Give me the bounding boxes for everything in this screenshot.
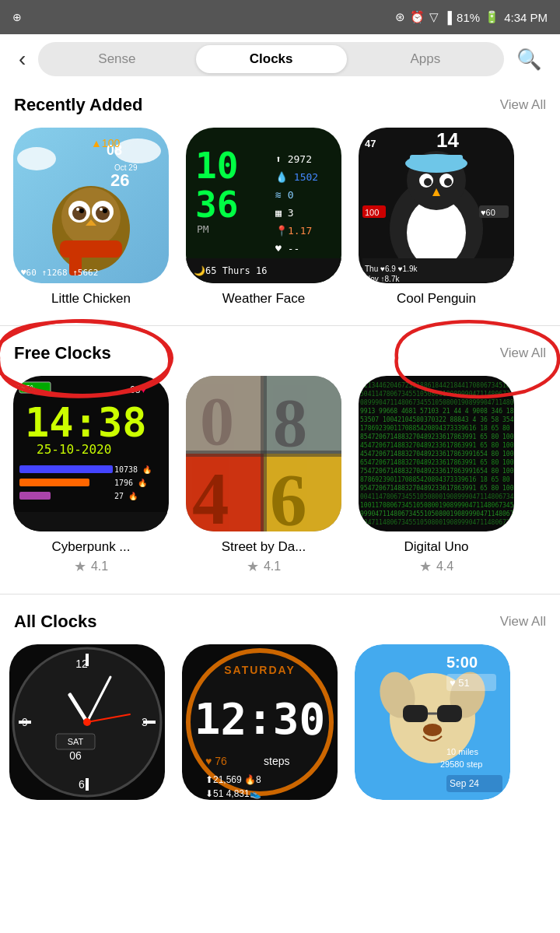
- svg-text:85%: 85%: [21, 384, 35, 393]
- svg-text:9: 9: [22, 716, 28, 728]
- svg-text:Nov  ↑8.7k: Nov ↑8.7k: [365, 275, 400, 283]
- app-name-street-by-da: Street by Da...: [222, 539, 306, 555]
- app-name-little-chicken: Little Chicken: [51, 291, 131, 307]
- all-clock-item-saturday[interactable]: SATURDAY 12:30 ♥ 76 steps ⬆21,569 🔥8 ⬇51…: [182, 644, 345, 800]
- svg-text:754720671488327048923361786399: 7547206714883270489233617863991654 80 10…: [360, 468, 514, 475]
- svg-text:504114780673455105080019089990: 5041147806734551050800190899904711480673…: [360, 391, 514, 398]
- svg-text:steps: steps: [264, 755, 289, 767]
- svg-text:100: 100: [365, 208, 379, 217]
- svg-text:6: 6: [270, 459, 307, 531]
- bluetooth-icon: ⊛: [395, 10, 405, 24]
- star-icon-cyberpunk: ★: [74, 558, 86, 575]
- svg-text:10738 🔥: 10738 🔥: [114, 465, 152, 475]
- recently-added-row: ♥60 ↑1268 ↑5662 08 Oct 29 26 ▲100 Little…: [0, 121, 560, 319]
- app-icon-digital-uno: 4113446204672361886184421844170806734510…: [359, 376, 514, 531]
- back-button[interactable]: ‹: [12, 44, 32, 75]
- svg-text:06: 06: [69, 749, 82, 762]
- svg-text:004114780673455105080019089990: 0041147806734551050800190899904711480673…: [360, 493, 514, 500]
- svg-text:25-10-2020: 25-10-2020: [37, 442, 111, 457]
- divider-1: [0, 325, 560, 326]
- svg-text:654720671488327048923361786399: 6547206714883270489233617863991 65 80 10…: [360, 459, 514, 466]
- all-clock-item-analog[interactable]: 12 3 6 9 SAT 06: [9, 644, 173, 800]
- svg-text:PM: PM: [197, 223, 209, 235]
- rating-street-by-da: ★ 4.1: [247, 558, 281, 575]
- nav-tabs: Sense Clocks Apps: [38, 42, 504, 76]
- app-icon-status: ⊕: [12, 11, 22, 23]
- tab-sense[interactable]: Sense: [41, 45, 192, 73]
- svg-text:▦ 3: ▦ 3: [275, 207, 293, 219]
- app-name-cool-penguin: Cool Penguin: [397, 291, 476, 307]
- svg-point-11: [79, 209, 84, 213]
- svg-point-129: [423, 724, 442, 736]
- svg-text:904711480673455105080019089990: 9047114806734551050800190899904711480673…: [360, 519, 514, 526]
- free-clocks-row: 85% ♥ 68 14:38 25-10-2020 10738 🔥 1796 🔥…: [0, 370, 560, 588]
- tab-clocks[interactable]: Clocks: [196, 45, 347, 73]
- svg-point-9: [72, 206, 86, 220]
- app-icon-little-chicken: ♥60 ↑1268 ↑5662 08 Oct 29 26 ▲100: [13, 128, 169, 283]
- svg-rect-5: [60, 240, 122, 258]
- app-icon-weather-face: 10 36 PM ⬆ 2972 💧 1502 ≋ 0 ▦ 3 📍1.17 ♥ -…: [186, 128, 341, 283]
- svg-text:📍1.17: 📍1.17: [275, 224, 312, 237]
- app-item-cyberpunk[interactable]: 85% ♥ 68 14:38 25-10-2020 10738 🔥 1796 🔥…: [9, 376, 173, 575]
- svg-rect-61: [19, 465, 113, 473]
- all-clocks-view-all[interactable]: View All: [500, 614, 546, 630]
- app-item-street-by-da[interactable]: 0 8 4 6 Street by Da... ★ 4.1: [182, 376, 345, 575]
- wifi-icon: ▽: [429, 10, 439, 24]
- svg-text:14:38: 14:38: [25, 399, 147, 446]
- svg-text:1796 🔥: 1796 🔥: [114, 478, 148, 488]
- svg-point-41: [424, 178, 432, 186]
- all-clocks-title: All Clocks: [14, 612, 96, 632]
- svg-text:47: 47: [365, 138, 376, 149]
- recently-added-header: Recently Added View All: [0, 84, 560, 121]
- svg-text:💧 1502: 💧 1502: [275, 170, 318, 184]
- svg-text:10 miles: 10 miles: [446, 747, 478, 756]
- star-icon-street-by-da: ★: [247, 558, 259, 575]
- tab-apps[interactable]: Apps: [350, 45, 501, 73]
- svg-text:⬆ 2972: ⬆ 2972: [275, 153, 312, 165]
- svg-text:14: 14: [436, 128, 459, 152]
- svg-text:9913 99668 4681 57103 21 44 4 : 9913 99668 4681 57103 21 44 4 9008 346 1…: [360, 408, 514, 415]
- app-item-weather-face[interactable]: 10 36 PM ⬆ 2972 💧 1502 ≋ 0 ▦ 3 📍1.17 ♥ -…: [182, 128, 345, 307]
- rating-cyberpunk: ★ 4.1: [74, 558, 108, 575]
- rating-value-cyberpunk: 4.1: [91, 559, 108, 573]
- recently-added-view-all[interactable]: View All: [500, 97, 546, 113]
- alarm-icon: ⏰: [410, 10, 425, 24]
- app-name-cyberpunk: Cyberpunk ...: [51, 539, 130, 555]
- svg-text:26: 26: [110, 170, 129, 190]
- app-item-digital-uno[interactable]: 4113446204672361886184421844170806734510…: [355, 376, 518, 575]
- svg-text:36: 36: [195, 184, 238, 226]
- svg-text:0: 0: [200, 384, 234, 459]
- svg-rect-67: [13, 512, 169, 531]
- svg-text:♥60: ♥60: [481, 208, 495, 217]
- svg-text:♥ 76: ♥ 76: [205, 755, 227, 767]
- svg-text:29580 step: 29580 step: [440, 759, 482, 769]
- battery-icon: 🔋: [485, 10, 499, 24]
- app-name-digital-uno: Digital Uno: [404, 539, 468, 555]
- app-item-little-chicken[interactable]: ♥60 ↑1268 ↑5662 08 Oct 29 26 ▲100 Little…: [9, 128, 173, 307]
- search-icon[interactable]: 🔍: [510, 44, 548, 75]
- all-clock-item-dog[interactable]: 5:00 ♥ 51 10 miles 29580 step Sep 24: [355, 644, 518, 800]
- svg-text:454720671488327048923361786399: 4547206714883270489233617863991 65 80 10…: [360, 442, 514, 449]
- svg-text:454720671488327048923361786399: 4547206714883270489233617863991654 80 10…: [360, 451, 514, 458]
- svg-text:12: 12: [75, 658, 88, 670]
- svg-text:10: 10: [195, 145, 238, 187]
- svg-text:5:00: 5:00: [446, 654, 478, 671]
- svg-text:089990471148067345510508001908: 0899904711480673455105080019089990471148…: [360, 399, 514, 406]
- rating-value-street-by-da: 4.1: [264, 559, 281, 573]
- free-clocks-header: Free Clocks View All: [0, 332, 560, 370]
- svg-text:100117080673451050800190899904: 1001170806734510508001908999047114806734…: [360, 502, 514, 509]
- signal-icon: ▐: [443, 11, 452, 24]
- app-item-cool-penguin[interactable]: 47 14 Thu ♥6.9 ♥1.9k Nov ↑8.7k 100 ♥60 C…: [355, 128, 518, 307]
- svg-text:8: 8: [273, 385, 307, 461]
- star-icon-digital-uno: ★: [419, 558, 432, 575]
- free-clocks-view-all[interactable]: View All: [500, 345, 546, 361]
- rating-digital-uno: ★ 4.4: [419, 558, 453, 575]
- svg-point-12: [103, 209, 107, 213]
- svg-text:♥60  ↑1268  ↑5662: ♥60 ↑1268 ↑5662: [21, 268, 98, 278]
- svg-text:SATURDAY: SATURDAY: [224, 664, 295, 676]
- svg-text:SAT: SAT: [68, 737, 84, 746]
- svg-text:12:30: 12:30: [194, 693, 326, 744]
- svg-point-1: [17, 147, 56, 170]
- svg-text:27 🔥: 27 🔥: [114, 491, 138, 501]
- svg-rect-65: [19, 492, 51, 500]
